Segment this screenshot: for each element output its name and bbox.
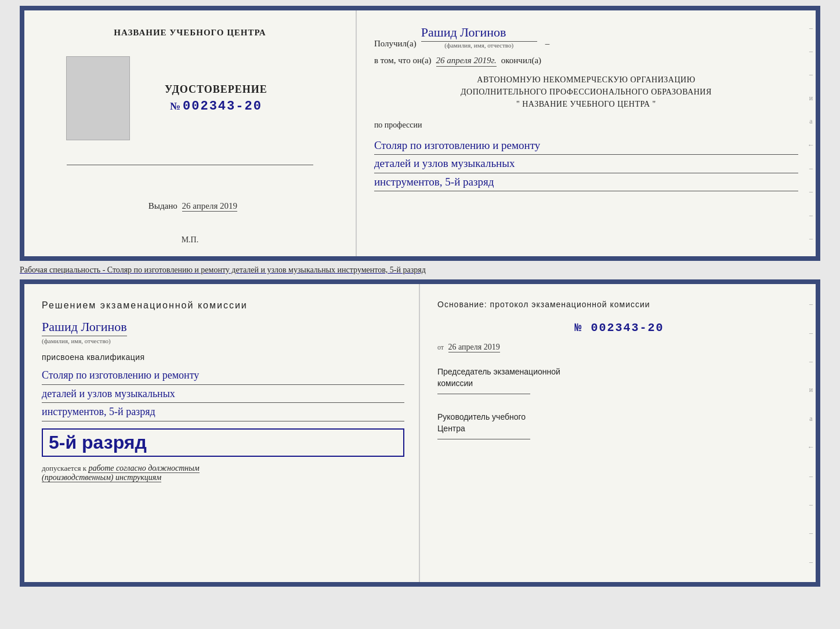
number-prefix-top: № xyxy=(170,100,180,112)
photo-placeholder xyxy=(66,56,130,140)
vydano-label: Выдано xyxy=(149,201,178,210)
poluchil-name: Рашид Логинов xyxy=(421,25,537,42)
vydano-line: Выдано 26 апреля 2019 xyxy=(149,201,237,211)
deco-lines-bottom-right: – – – и а ← – – – – xyxy=(806,284,816,582)
vtom-label: в том, что он(а) xyxy=(374,56,432,66)
ot-date: 26 апреля 2019 xyxy=(448,343,500,352)
vtom-date: 26 апреля 2019г. xyxy=(436,56,497,67)
certificate-number-top: 002343-20 xyxy=(183,99,262,114)
bottom-right-panel: Основание: протокол экзаменационной коми… xyxy=(420,284,816,582)
separator-text: Рабочая специальность - Столяр по изгото… xyxy=(20,263,820,277)
deco-lines-right: – – – и а ← – – – – xyxy=(806,10,816,256)
certificate-top: НАЗВАНИЕ УЧЕБНОГО ЦЕНТРА УДОСТОВЕРЕНИЕ №… xyxy=(20,6,820,261)
protocol-number: № 002343-20 xyxy=(437,321,801,335)
org-block: АВТОНОМНУЮ НЕКОММЕРЧЕСКУЮ ОРГАНИЗАЦИЮ ДО… xyxy=(374,74,798,110)
predsedatel-block: Председатель экзаменационной комиссии xyxy=(437,366,801,394)
predsedatel-label: Председатель экзаменационной комиссии xyxy=(437,366,801,389)
qual-line2: деталей и узлов музыкальных xyxy=(42,385,404,403)
qual-line3: инструментов, 5-й разряд xyxy=(42,403,404,421)
rukovoditel-sig-line xyxy=(437,439,530,439)
razryad-text: 5-й разряд xyxy=(49,432,147,453)
prisvoena-label: присвоена квалификация xyxy=(42,352,404,362)
qual-line1: Столяр по изготовлению и ремонту xyxy=(42,366,404,385)
poluchil-label: Получил(а) xyxy=(374,39,417,49)
profession-line1: Столяр по изготовлению и ремонту xyxy=(374,137,798,155)
razryad-badge: 5-й разряд xyxy=(42,428,404,457)
document-wrapper: НАЗВАНИЕ УЧЕБНОГО ЦЕНТРА УДОСТОВЕРЕНИЕ №… xyxy=(6,6,834,587)
osnov-label: Основание: протокол экзаменационной коми… xyxy=(437,299,801,311)
mp-label: М.П. xyxy=(182,235,199,245)
fio-label-bottom: (фамилия, имя, отчество) xyxy=(42,337,111,344)
profession-line2: деталей и узлов музыкальных xyxy=(374,155,798,173)
okonchil-label: окончил(а) xyxy=(501,56,541,66)
decision-title: Решением экзаменационной комиссии xyxy=(42,299,404,312)
training-center-title-top: НАЗВАНИЕ УЧЕБНОГО ЦЕНТРА xyxy=(114,28,266,38)
certificate-bottom: Решением экзаменационной комиссии Рашид … xyxy=(20,279,820,587)
qualification-block: Столяр по изготовлению и ремонту деталей… xyxy=(42,366,404,421)
person-name-bottom: Рашид Логинов xyxy=(42,319,127,336)
org-line2: ДОПОЛНИТЕЛЬНОГО ПРОФЕССИОНАЛЬНОГО ОБРАЗО… xyxy=(374,86,798,98)
udostoverenie-label: УДОСТОВЕРЕНИЕ xyxy=(165,83,267,96)
predsedatel-sig-line xyxy=(437,394,530,394)
number-prefix-bottom: № xyxy=(574,321,582,335)
protocol-number-value: 002343-20 xyxy=(591,321,664,335)
udostoverenie-block: УДОСТОВЕРЕНИЕ № 002343-20 xyxy=(165,83,267,114)
org-line1: АВТОНОМНУЮ НЕКОММЕРЧЕСКУЮ ОРГАНИЗАЦИЮ xyxy=(374,74,798,86)
fio-label-top: (фамилия, имя, отчество) xyxy=(444,42,513,49)
profession-block: Столяр по изготовлению и ремонту деталей… xyxy=(374,137,798,191)
vtom-line: в том, что он(а) 26 апреля 2019г. окончи… xyxy=(374,56,798,67)
po-professii-label: по профессии xyxy=(374,121,798,130)
ot-prefix: от xyxy=(437,343,444,351)
profession-line3: инструментов, 5-й разряд xyxy=(374,173,798,191)
dopuskaetsya-prefix: допускается к xyxy=(42,464,86,472)
bottom-left-panel: Решением экзаменационной комиссии Рашид … xyxy=(24,284,420,582)
top-left-panel: НАЗВАНИЕ УЧЕБНОГО ЦЕНТРА УДОСТОВЕРЕНИЕ №… xyxy=(24,10,357,256)
vydano-date: 26 апреля 2019 xyxy=(182,201,238,212)
dopuskaetsya-line: допускается к работе согласно должностны… xyxy=(42,464,404,482)
rukovoditel-block: Руководитель учебного Центра xyxy=(437,412,801,439)
rukovoditel-label: Руководитель учебного Центра xyxy=(437,412,801,434)
top-right-panel: Получил(а) Рашид Логинов (фамилия, имя, … xyxy=(357,10,816,256)
org-name: " НАЗВАНИЕ УЧЕБНОГО ЦЕНТРА " xyxy=(374,98,798,110)
